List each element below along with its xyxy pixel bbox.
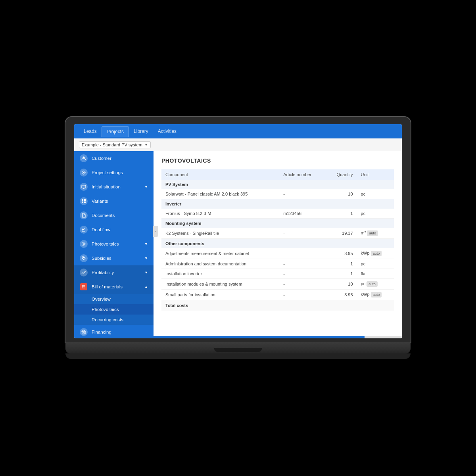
- sidebar-item-subsidies-label: Subsidies: [92, 256, 111, 261]
- tab-activities[interactable]: Activities: [153, 126, 181, 136]
- svg-line-18: [85, 243, 85, 243]
- sidebar-item-documents-label: Documents: [92, 213, 115, 218]
- unit: pc: [357, 209, 394, 219]
- article-number: -: [279, 248, 326, 259]
- tab-leads[interactable]: Leads: [79, 126, 102, 136]
- table-row: Small parts for installation - 3.95 kWp …: [161, 290, 394, 300]
- quantity: 3.95: [326, 248, 357, 259]
- sidebar-item-bill-of-materials[interactable]: Bill of materials ▲: [74, 280, 154, 294]
- arrow-icon: ▼: [144, 256, 148, 260]
- component-name: Installation inverter: [161, 269, 279, 279]
- quantity: 1: [326, 269, 357, 279]
- sidebar-item-customer[interactable]: Customer: [74, 151, 154, 165]
- auto-badge: auto: [371, 292, 382, 298]
- unit: kWp auto: [357, 290, 394, 300]
- total-row: Total costs: [161, 300, 394, 311]
- top-navigation: Leads Projects Library Activities: [74, 124, 402, 138]
- table-row: Installation modules & mounting system -…: [161, 279, 394, 290]
- tag-icon: [80, 254, 88, 262]
- tab-projects[interactable]: Projects: [102, 126, 129, 137]
- project-dropdown[interactable]: Example - Standard PV system: [79, 141, 151, 148]
- bom-table: Component Article number Quantity Unit P…: [161, 169, 394, 311]
- svg-line-17: [85, 245, 85, 246]
- sidebar-item-photovoltaics-label: Photovoltaics: [92, 242, 119, 246]
- laptop-notch: [214, 348, 262, 352]
- sidebar-item-bill-of-materials-label: Bill of materials: [92, 284, 123, 289]
- component-name: K2 Systems - SingleRail tile: [161, 228, 279, 239]
- sidebar-sub-item-overview[interactable]: Overview: [74, 294, 154, 304]
- sidebar-item-project-settings[interactable]: Project settings: [74, 165, 154, 180]
- scrollbar-fill: [154, 336, 365, 338]
- svg-rect-5: [82, 199, 83, 201]
- project-selector-bar: Example - Standard PV system ▼: [74, 138, 402, 151]
- article-number: -: [279, 259, 326, 269]
- component-name: Administration and system documentation: [161, 259, 279, 269]
- quantity: 10: [326, 189, 357, 199]
- tab-library[interactable]: Library: [129, 126, 153, 136]
- quantity: 10: [326, 279, 357, 290]
- quantity: 19.37: [326, 228, 357, 239]
- page-title: PHOTOVOLTAICS: [161, 157, 394, 164]
- arrow-icon: ▼: [144, 185, 148, 189]
- quantity: 1: [326, 259, 357, 269]
- sidebar-item-initial-situation[interactable]: Initial situation ▼: [74, 180, 154, 194]
- sidebar-item-financing[interactable]: Financing: [74, 325, 154, 338]
- arrow-icon: ▼: [144, 242, 148, 246]
- content-area: PHOTOVOLTAICS Component Article number Q…: [154, 151, 402, 338]
- file-icon: [80, 211, 88, 219]
- col-unit: Unit: [357, 169, 394, 180]
- sidebar: Customer Projec: [74, 151, 154, 338]
- sidebar-sub-item-photovoltaics[interactable]: Photovoltaics: [74, 304, 154, 315]
- svg-point-1: [83, 172, 84, 173]
- gear-icon: [80, 169, 88, 177]
- section-other: Other components: [161, 239, 394, 249]
- building-icon: [80, 328, 88, 336]
- article-number: -: [279, 189, 326, 199]
- component-name: Installation modules & mounting system: [161, 279, 279, 290]
- horizontal-scrollbar[interactable]: [154, 336, 402, 338]
- sidebar-item-variants-label: Variants: [92, 199, 108, 203]
- sidebar-sub-item-recurring-costs[interactable]: Recurring costs: [74, 315, 154, 325]
- article-number: -: [279, 269, 326, 279]
- unit: flat: [357, 269, 394, 279]
- sidebar-item-subsidies[interactable]: Subsidies ▼: [74, 251, 154, 265]
- table-row: Administration and system documentation …: [161, 259, 394, 269]
- table-row: Adjustments measurement & meter cabinet …: [161, 248, 394, 259]
- auto-badge: auto: [367, 281, 378, 287]
- auto-badge: auto: [367, 230, 378, 236]
- monitor-icon: [80, 183, 88, 191]
- trend-icon: [80, 269, 88, 276]
- table-row: Solarwatt - Panel classic AM 2.0 black 3…: [161, 189, 394, 199]
- sidebar-collapse-button[interactable]: ‹: [153, 226, 158, 237]
- svg-rect-26: [83, 332, 84, 334]
- svg-rect-7: [82, 202, 83, 203]
- sidebar-item-photovoltaics[interactable]: Photovoltaics ▼: [74, 237, 154, 251]
- unit: kWp auto: [357, 248, 394, 259]
- article-number: -: [279, 290, 326, 300]
- article-number: m123456: [279, 209, 326, 219]
- section-pv-system: PV System: [161, 180, 394, 189]
- col-quantity: Quantity: [326, 169, 357, 180]
- col-article: Article number: [279, 169, 326, 180]
- sidebar-item-variants[interactable]: Variants: [74, 194, 154, 208]
- table-row: Fronius - Symo 8.2-3-M m123456 1 pc: [161, 209, 394, 219]
- unit: pc: [357, 189, 394, 199]
- sidebar-item-deal-flow-label: Deal flow: [92, 227, 110, 232]
- sidebar-item-profitability[interactable]: Profitability ▼: [74, 265, 154, 280]
- article-number: -: [279, 279, 326, 290]
- list-icon: [80, 283, 88, 291]
- auto-badge: auto: [371, 251, 382, 256]
- sidebar-item-deal-flow[interactable]: Deal flow: [74, 223, 154, 237]
- col-component: Component: [161, 169, 279, 180]
- grid-icon: [80, 197, 88, 205]
- quantity: 1: [326, 209, 357, 219]
- table-header-row: Component Article number Quantity Unit: [161, 169, 394, 180]
- svg-rect-8: [84, 202, 86, 203]
- sidebar-item-documents[interactable]: Documents: [74, 208, 154, 223]
- section-inverter: Inverter: [161, 199, 394, 209]
- sidebar-item-project-settings-label: Project settings: [92, 170, 123, 175]
- svg-rect-2: [82, 185, 86, 188]
- unit: pc auto: [357, 279, 394, 290]
- section-mounting: Mounting system: [161, 219, 394, 228]
- main-content-area: Customer Projec: [74, 151, 402, 338]
